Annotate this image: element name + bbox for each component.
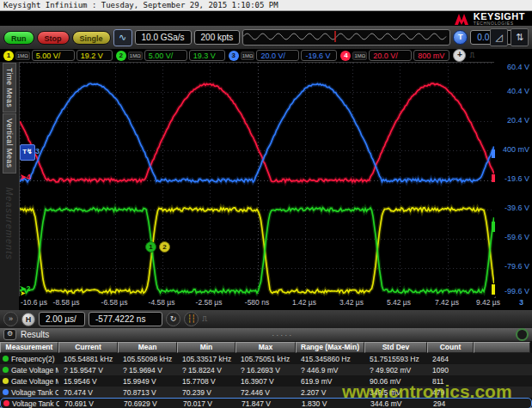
panel-toggle-icon[interactable]	[516, 328, 529, 341]
channel-4-offset[interactable]: 800 mV	[413, 50, 449, 61]
status-led	[3, 367, 9, 373]
results-header: ⚙ Results ·····	[0, 328, 532, 342]
oscilloscope-app: Keysight Infiniium : Tuesday, September …	[0, 0, 532, 408]
expand-chevron-icon[interactable]: »	[3, 312, 18, 326]
status-led	[3, 378, 9, 384]
channel-2-scale[interactable]: 5.00 V/	[144, 50, 187, 61]
channel-4-ground-marker[interactable]: ➤4	[20, 173, 31, 181]
y-tick: 40.4 V	[507, 87, 529, 95]
x-tick: -4.58 µs	[136, 298, 187, 307]
channel-bar: 1 1MΩ 5.00 V/ 19.2 V 2 1MΩ 5.00 V/ 19.3 …	[0, 49, 532, 62]
measure-marker-2[interactable]: 2	[159, 241, 170, 253]
display-corner-icon[interactable]: ◿	[490, 28, 508, 46]
run-button[interactable]: Run	[3, 31, 34, 45]
delayed-sweep-icon[interactable]: ┆┆	[184, 312, 199, 326]
measurement-name: Gate Voltage MC	[11, 366, 58, 375]
probe-icon: ⎍	[469, 51, 474, 60]
column-header[interactable]: Std Dev	[364, 342, 427, 353]
channel-2-impedance: 1MΩ	[128, 52, 143, 60]
horizontal-position-display[interactable]: -577.4222 ns	[89, 312, 162, 326]
column-header[interactable]: Current	[58, 342, 118, 353]
x-tick: -8.58 µs	[40, 298, 92, 307]
y-tick: -19.6 V	[504, 174, 529, 183]
measure-marker-1[interactable]: 1	[145, 241, 156, 253]
y-tick: -99.6 V	[504, 287, 529, 295]
y-tick: -59.6 V	[504, 233, 529, 241]
channel-4-badge[interactable]: 4	[340, 51, 351, 61]
logo-brand: KEYSIGHT	[474, 12, 525, 21]
trigger-badge[interactable]: T	[453, 30, 468, 45]
channel-3-offset[interactable]: -19.6 V	[301, 50, 337, 61]
x-tick: 1.42 µs	[278, 298, 330, 307]
column-header[interactable]: Count	[427, 342, 474, 353]
ch2-right-ref-marker	[492, 222, 495, 232]
measurement-name: Frequency(2)	[11, 355, 55, 363]
channel-4-scale[interactable]: 20.0 V/	[369, 50, 412, 61]
x-tick: -6.58 µs	[89, 298, 140, 307]
add-waveform-button[interactable]: +	[453, 49, 466, 62]
timebase-display[interactable]: 2.00 µs/	[39, 312, 85, 326]
y-tick: -79.6 V	[504, 262, 529, 271]
sidebar-ghost-label: Measurements	[4, 187, 15, 260]
horizontal-controls: » H 2.00 µs/ -577.4222 ns ↻ ┆┆ ⎍	[0, 310, 532, 328]
sample-rate-display[interactable]: 10.0 GSa/s	[135, 30, 192, 45]
acquisition-preview-bar[interactable]	[242, 29, 450, 46]
vertical-axis: 60.4 V 40.4 V 20.4 V 400 mV -19.6 V -39.…	[494, 62, 532, 296]
waveform-display[interactable]: T↯ 3 ➤4 ➤ ➤2 1 2	[19, 62, 496, 298]
y-tick: 60.4 V	[507, 63, 529, 71]
channel-3-impedance: 1MΩ	[241, 52, 255, 60]
column-header[interactable]: Min	[177, 342, 235, 353]
horizontal-zoom-icon[interactable]: ↻	[166, 312, 180, 326]
single-button[interactable]: Single	[72, 31, 111, 45]
channel-2-badge[interactable]: 2	[116, 51, 126, 61]
results-column-headers: Measurement Current Mean Min Max Range (…	[0, 342, 532, 353]
x-tick: -580 ns	[231, 298, 283, 307]
waveform-canvas	[20, 63, 495, 297]
horizontal-badge[interactable]: H	[21, 313, 35, 326]
channel-1-scale[interactable]: 5.00 V/	[32, 50, 75, 61]
channel-1-offset[interactable]: 19.2 V	[76, 50, 113, 61]
waveform-mode-icon[interactable]: ∿	[113, 29, 132, 46]
auto-scale-icon[interactable]: ⇅	[511, 28, 529, 46]
column-header[interactable]: Measurement	[0, 342, 58, 353]
measurement-name: Gate Voltage MC	[11, 377, 58, 386]
left-sidebar: Time Meas Vertical Meas Measurements	[0, 62, 19, 310]
channel-1-impedance: 1MΩ	[15, 52, 30, 60]
trigger-marker-icon[interactable]: T↯	[20, 144, 35, 161]
column-header-blank	[474, 342, 530, 353]
tab-time-meas[interactable]: Time Meas	[3, 63, 16, 113]
window-title: Keysight Infiniium : Tuesday, September …	[0, 0, 532, 11]
channel-4-group: 4 1MΩ 20.0 V/ 800 mV	[340, 50, 449, 61]
table-row[interactable]: Frequency(2) 105.54881 kHz 105.55098 kHz…	[0, 353, 532, 364]
channel-1-badge[interactable]: 1	[3, 51, 14, 61]
results-title: Results	[21, 330, 49, 339]
x-tick: -2.58 µs	[183, 298, 235, 307]
channel-2-ground-marker[interactable]: ➤2	[20, 284, 31, 293]
table-row[interactable]: Gate Voltage MC ? 15.9547 V ? 15.9694 V …	[0, 364, 532, 375]
channel-2-offset[interactable]: 19.3 V	[189, 50, 225, 61]
measurement-name: Voltage Tank Cir	[11, 388, 58, 397]
y-tick: 20.4 V	[507, 116, 529, 125]
channel-3-scale[interactable]: 20.0 V/	[256, 50, 299, 61]
gear-icon[interactable]: ⚙	[3, 329, 16, 340]
y-tick: -39.6 V	[504, 204, 529, 212]
channel-3-group: 3 1MΩ 20.0 V/ -19.6 V	[229, 50, 338, 61]
x-tick: 9.42 µs	[449, 298, 500, 307]
column-header[interactable]: Max	[235, 342, 296, 353]
watermark: www.cntronics.com	[342, 381, 512, 402]
stop-button[interactable]: Stop	[37, 31, 70, 45]
status-led	[3, 389, 9, 395]
y-tick: 400 mV	[503, 145, 529, 154]
tab-vertical-meas[interactable]: Vertical Meas	[3, 113, 16, 174]
channel-3-badge[interactable]: 3	[229, 51, 239, 61]
channel-4-impedance: 1MΩ	[352, 52, 367, 60]
acquisition-toolbar: Run Stop Single ∿ 10.0 GSa/s 200 kpts T …	[0, 26, 532, 49]
marker-probe-icon: ⎍	[202, 314, 207, 324]
column-header[interactable]: Mean	[118, 342, 177, 353]
drag-handle-icon[interactable]: ·····	[53, 331, 511, 339]
column-header[interactable]: Range (Max-Min)	[296, 342, 364, 353]
memory-depth-display[interactable]: 200 kpts	[194, 30, 241, 45]
horizontal-axis: -10.6 µs -8.58 µs -6.58 µs -4.58 µs -2.5…	[19, 296, 494, 310]
status-led	[3, 400, 9, 406]
keysight-spark-icon	[455, 13, 470, 25]
